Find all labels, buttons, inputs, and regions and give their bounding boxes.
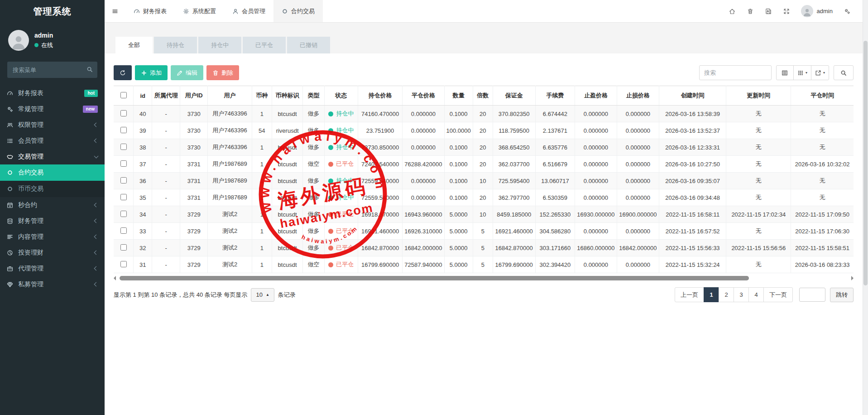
column-header[interactable]: 平仓价格 <box>403 86 444 106</box>
sidebar-item-finance-manage[interactable]: 财务管理 <box>0 213 105 229</box>
column-header[interactable]: 数量 <box>444 86 473 106</box>
settings-button[interactable] <box>838 0 856 23</box>
column-header[interactable]: 所属代理 <box>152 86 180 106</box>
table-row[interactable]: 39-3730用户746339654riverusdt做多持仓中23.75190… <box>114 122 854 139</box>
column-header[interactable]: 类型 <box>303 86 324 106</box>
table-row[interactable]: 38-3730用户74633961btcusdt做多持仓中73730.85000… <box>114 139 854 156</box>
table-row[interactable]: 32-3729测试21btcusdt做多已平仓16842.87000016842… <box>114 240 854 256</box>
status-dot-icon <box>328 179 333 183</box>
row-checkbox[interactable] <box>120 244 127 251</box>
row-checkbox[interactable] <box>120 160 127 167</box>
sidebar-item-invest-manage[interactable]: 投资理财 <box>0 245 105 261</box>
search-button[interactable] <box>834 65 854 80</box>
page-button-4[interactable]: 4 <box>748 287 764 302</box>
user-menu[interactable]: admin <box>796 5 838 17</box>
column-header[interactable]: 倍数 <box>473 86 493 106</box>
topnav-item-contract-trade[interactable]: 合约交易 <box>273 0 323 22</box>
table-row[interactable]: 33-3729测试21btcusdt做多已平仓16921.46000016926… <box>114 223 854 240</box>
sidebar-item-private-manage[interactable]: 私募管理 <box>0 276 105 292</box>
sidebar-item-content-manage[interactable]: 内容管理 <box>0 229 105 245</box>
scroll-right-arrow[interactable] <box>851 276 854 280</box>
sidebar-item-member-manage[interactable]: 会员管理 <box>0 133 105 149</box>
table-row[interactable]: 40-3730用户74633961btcusdt做多持仓中74160.47000… <box>114 106 854 122</box>
sidebar-subitem-coin-trade[interactable]: 币币交易 <box>0 181 105 197</box>
cell-close_price: 76288.420000 <box>403 156 444 173</box>
column-header[interactable]: 持仓价格 <box>358 86 403 106</box>
column-header[interactable]: 币种 <box>252 86 272 106</box>
sidebar-toggle-button[interactable] <box>105 0 125 22</box>
jump-button[interactable]: 跳转 <box>830 288 854 302</box>
scroll-left-arrow[interactable] <box>114 276 116 280</box>
column-header[interactable]: 更新时间 <box>726 86 791 106</box>
status-badge: 持仓中 <box>328 126 354 135</box>
column-header[interactable]: 手续费 <box>535 86 575 106</box>
sidebar-search-input[interactable] <box>7 62 97 78</box>
row-checkbox[interactable] <box>120 177 127 183</box>
language-button[interactable] <box>759 0 777 23</box>
clear-cache-button[interactable] <box>741 0 759 23</box>
tab-已平仓[interactable]: 已平仓 <box>243 37 286 53</box>
select-all-checkbox[interactable] <box>120 92 127 98</box>
row-checkbox[interactable] <box>120 261 127 267</box>
next-page-button[interactable]: 下一页 <box>763 287 793 302</box>
tab-待持仓[interactable]: 待持仓 <box>154 37 197 53</box>
scroll-thumb[interactable] <box>120 276 749 280</box>
row-checkbox[interactable] <box>120 127 127 133</box>
row-checkbox[interactable] <box>120 144 127 150</box>
sidebar-subitem-contract-trade[interactable]: 合约交易 <box>0 164 105 181</box>
scroll-track[interactable] <box>118 276 849 280</box>
table-row[interactable]: 37-3731用户19876891btcusdt做空已平仓72407.54000… <box>114 156 854 173</box>
jump-page-input[interactable] <box>799 288 825 302</box>
row-checkbox[interactable] <box>120 211 127 217</box>
cell-fee: 6.635776 <box>535 139 575 156</box>
add-button[interactable]: 添加 <box>135 65 168 80</box>
topnav-item-member-manage[interactable]: 会员管理 <box>224 0 273 22</box>
column-header[interactable]: id <box>134 86 152 106</box>
sidebar-item-second-contract[interactable]: 秒合约 <box>0 197 105 213</box>
table-row[interactable]: 31-3729测试21btcusdt做空已平仓16799.69000072587… <box>114 256 854 273</box>
cell-tp: 0.000000 <box>575 256 617 273</box>
delete-button[interactable]: 删除 <box>206 65 239 80</box>
column-header[interactable]: 止盈价格 <box>575 86 617 106</box>
home-button[interactable] <box>723 0 741 23</box>
column-header[interactable]: 币种标识 <box>272 86 302 106</box>
vertical-scrollbar[interactable] <box>863 0 868 415</box>
topnav-item-finance-report[interactable]: 财务报表 <box>125 0 175 22</box>
vertical-scroll-thumb[interactable] <box>863 41 868 285</box>
tab-持仓中[interactable]: 持仓中 <box>198 37 241 53</box>
row-checkbox[interactable] <box>120 110 127 116</box>
sidebar-item-permission-manage[interactable]: 权限管理 <box>0 117 105 133</box>
detail-view-button[interactable] <box>776 65 794 80</box>
column-header[interactable]: 止损价格 <box>617 86 659 106</box>
page-button-1[interactable]: 1 <box>704 287 719 302</box>
sidebar-item-finance-report[interactable]: 财务报表hot <box>0 85 105 101</box>
table-row[interactable]: 35-3731用户19876891btcusdt做多持仓中72559.54000… <box>114 189 854 206</box>
refresh-button[interactable] <box>114 65 132 80</box>
sidebar-item-agent-manage[interactable]: 代理管理 <box>0 261 105 276</box>
column-header[interactable]: 用户 <box>208 86 252 106</box>
columns-button[interactable]: ▾ <box>793 65 811 80</box>
tab-全部[interactable]: 全部 <box>115 37 153 53</box>
column-header[interactable]: 保证金 <box>493 86 535 106</box>
export-button[interactable]: ▾ <box>811 65 829 80</box>
table-search-input[interactable] <box>699 65 772 80</box>
page-button-2[interactable]: 2 <box>719 287 734 302</box>
row-checkbox[interactable] <box>120 227 127 234</box>
edit-button[interactable]: 编辑 <box>171 65 203 80</box>
column-header[interactable]: 平仓时间 <box>791 86 854 106</box>
row-checkbox[interactable] <box>120 194 127 200</box>
tab-已撤销[interactable]: 已撤销 <box>287 37 330 53</box>
page-button-3[interactable]: 3 <box>734 287 749 302</box>
sidebar-item-trade-manage[interactable]: 交易管理 <box>0 149 105 164</box>
column-header[interactable]: 创建时间 <box>659 86 726 106</box>
column-header[interactable]: 用户ID <box>180 86 208 106</box>
fullscreen-button[interactable] <box>777 0 796 23</box>
page-size-select[interactable]: 10 ▲ <box>251 288 274 302</box>
column-header[interactable]: 状态 <box>324 86 358 106</box>
table-row[interactable]: 34-3729测试21btcusdt做多已平仓16918.37000016943… <box>114 206 854 223</box>
cell-uid: 3731 <box>180 173 208 189</box>
prev-page-button[interactable]: 上一页 <box>675 287 704 302</box>
sidebar-item-general-manage[interactable]: 常规管理new <box>0 101 105 117</box>
topnav-item-system-config[interactable]: 系统配置 <box>175 0 224 22</box>
table-row[interactable]: 36-3731用户19876891btcusdt做多持仓中72559.54000… <box>114 173 854 189</box>
